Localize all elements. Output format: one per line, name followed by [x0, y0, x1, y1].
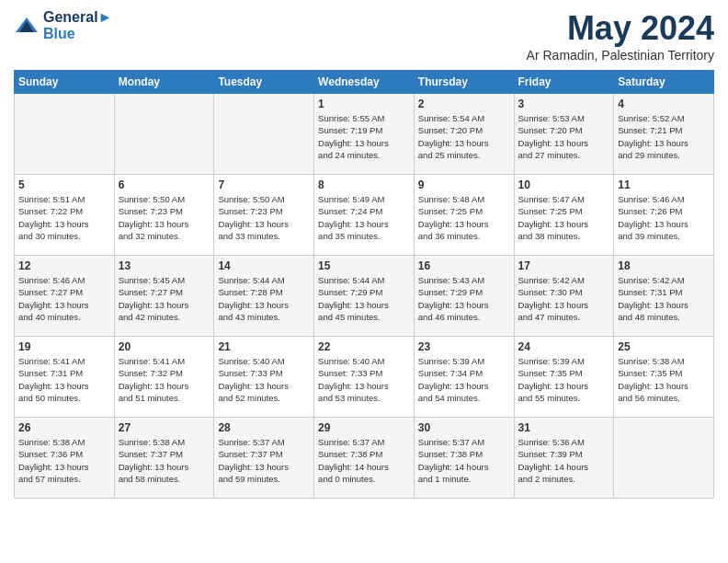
day-info: Sunrise: 5:54 AM Sunset: 7:20 PM Dayligh… — [418, 112, 510, 161]
day-number: 19 — [18, 340, 110, 353]
calendar-week-4: 19Sunrise: 5:41 AM Sunset: 7:31 PM Dayli… — [15, 337, 714, 418]
day-info: Sunrise: 5:41 AM Sunset: 7:32 PM Dayligh… — [119, 355, 210, 404]
day-number: 12 — [18, 259, 110, 272]
day-number: 22 — [318, 340, 410, 353]
calendar-cell — [614, 418, 714, 499]
header-tuesday: Tuesday — [214, 71, 314, 94]
calendar-cell: 28Sunrise: 5:37 AM Sunset: 7:37 PM Dayli… — [214, 418, 314, 499]
day-number: 30 — [418, 421, 510, 434]
calendar-table: SundayMondayTuesdayWednesdayThursdayFrid… — [14, 70, 714, 499]
calendar-cell: 8Sunrise: 5:49 AM Sunset: 7:24 PM Daylig… — [314, 175, 415, 256]
location-subtitle: Ar Ramadin, Palestinian Territory — [527, 48, 714, 63]
day-number: 9 — [418, 178, 510, 191]
calendar-cell: 4Sunrise: 5:52 AM Sunset: 7:21 PM Daylig… — [614, 94, 714, 175]
header-thursday: Thursday — [414, 71, 514, 94]
calendar-cell: 12Sunrise: 5:46 AM Sunset: 7:27 PM Dayli… — [15, 256, 115, 337]
page-header: General► Blue May 2024 Ar Ramadin, Pales… — [14, 9, 714, 63]
calendar-week-2: 5Sunrise: 5:51 AM Sunset: 7:22 PM Daylig… — [15, 175, 714, 256]
day-number: 5 — [18, 178, 110, 191]
day-info: Sunrise: 5:38 AM Sunset: 7:36 PM Dayligh… — [18, 436, 110, 485]
calendar-cell: 5Sunrise: 5:51 AM Sunset: 7:22 PM Daylig… — [15, 175, 115, 256]
calendar-week-5: 26Sunrise: 5:38 AM Sunset: 7:36 PM Dayli… — [15, 418, 714, 499]
calendar-cell: 27Sunrise: 5:38 AM Sunset: 7:37 PM Dayli… — [114, 418, 214, 499]
day-number: 2 — [418, 98, 510, 110]
header-sunday: Sunday — [15, 71, 115, 94]
logo-icon — [14, 16, 40, 36]
day-number: 15 — [318, 259, 410, 272]
day-info: Sunrise: 5:41 AM Sunset: 7:31 PM Dayligh… — [18, 355, 110, 404]
day-info: Sunrise: 5:49 AM Sunset: 7:24 PM Dayligh… — [318, 193, 410, 242]
day-info: Sunrise: 5:39 AM Sunset: 7:35 PM Dayligh… — [518, 355, 610, 404]
day-info: Sunrise: 5:48 AM Sunset: 7:25 PM Dayligh… — [418, 193, 510, 242]
calendar-cell: 2Sunrise: 5:54 AM Sunset: 7:20 PM Daylig… — [414, 94, 514, 175]
day-info: Sunrise: 5:39 AM Sunset: 7:34 PM Dayligh… — [418, 355, 510, 404]
calendar-cell: 9Sunrise: 5:48 AM Sunset: 7:25 PM Daylig… — [414, 175, 514, 256]
calendar-cell: 10Sunrise: 5:47 AM Sunset: 7:25 PM Dayli… — [514, 175, 614, 256]
day-number: 28 — [218, 421, 310, 434]
calendar-cell: 16Sunrise: 5:43 AM Sunset: 7:29 PM Dayli… — [414, 256, 514, 337]
day-info: Sunrise: 5:47 AM Sunset: 7:25 PM Dayligh… — [518, 193, 610, 242]
day-info: Sunrise: 5:53 AM Sunset: 7:20 PM Dayligh… — [518, 112, 610, 161]
day-info: Sunrise: 5:36 AM Sunset: 7:39 PM Dayligh… — [518, 436, 610, 485]
day-info: Sunrise: 5:46 AM Sunset: 7:27 PM Dayligh… — [18, 274, 110, 323]
calendar-cell — [114, 94, 214, 175]
calendar-cell: 21Sunrise: 5:40 AM Sunset: 7:33 PM Dayli… — [214, 337, 314, 418]
header-row: SundayMondayTuesdayWednesdayThursdayFrid… — [15, 71, 714, 94]
calendar-cell: 22Sunrise: 5:40 AM Sunset: 7:33 PM Dayli… — [314, 337, 415, 418]
calendar-cell — [214, 94, 314, 175]
day-info: Sunrise: 5:45 AM Sunset: 7:27 PM Dayligh… — [119, 274, 210, 323]
day-info: Sunrise: 5:40 AM Sunset: 7:33 PM Dayligh… — [218, 355, 310, 404]
day-number: 1 — [318, 98, 410, 110]
day-number: 6 — [119, 178, 210, 191]
day-info: Sunrise: 5:46 AM Sunset: 7:26 PM Dayligh… — [618, 193, 710, 242]
calendar-cell: 6Sunrise: 5:50 AM Sunset: 7:23 PM Daylig… — [114, 175, 214, 256]
day-number: 4 — [618, 98, 710, 110]
calendar-cell: 24Sunrise: 5:39 AM Sunset: 7:35 PM Dayli… — [514, 337, 614, 418]
day-info: Sunrise: 5:37 AM Sunset: 7:38 PM Dayligh… — [318, 436, 410, 485]
day-number: 14 — [218, 259, 310, 272]
day-number: 31 — [518, 421, 610, 434]
day-number: 8 — [318, 178, 410, 191]
calendar-cell: 30Sunrise: 5:37 AM Sunset: 7:38 PM Dayli… — [414, 418, 514, 499]
day-info: Sunrise: 5:50 AM Sunset: 7:23 PM Dayligh… — [218, 193, 310, 242]
header-wednesday: Wednesday — [314, 71, 415, 94]
calendar-cell: 1Sunrise: 5:55 AM Sunset: 7:19 PM Daylig… — [314, 94, 415, 175]
day-info: Sunrise: 5:37 AM Sunset: 7:38 PM Dayligh… — [418, 436, 510, 485]
day-number: 13 — [119, 259, 210, 272]
calendar-cell: 17Sunrise: 5:42 AM Sunset: 7:30 PM Dayli… — [514, 256, 614, 337]
header-saturday: Saturday — [614, 71, 714, 94]
calendar-cell: 11Sunrise: 5:46 AM Sunset: 7:26 PM Dayli… — [614, 175, 714, 256]
calendar-cell: 14Sunrise: 5:44 AM Sunset: 7:28 PM Dayli… — [214, 256, 314, 337]
calendar-cell: 20Sunrise: 5:41 AM Sunset: 7:32 PM Dayli… — [114, 337, 214, 418]
day-number: 23 — [418, 340, 510, 353]
calendar-cell: 18Sunrise: 5:42 AM Sunset: 7:31 PM Dayli… — [614, 256, 714, 337]
day-info: Sunrise: 5:50 AM Sunset: 7:23 PM Dayligh… — [119, 193, 210, 242]
day-info: Sunrise: 5:44 AM Sunset: 7:29 PM Dayligh… — [318, 274, 410, 323]
logo-text: General► Blue — [43, 9, 112, 42]
day-info: Sunrise: 5:43 AM Sunset: 7:29 PM Dayligh… — [418, 274, 510, 323]
calendar-cell: 23Sunrise: 5:39 AM Sunset: 7:34 PM Dayli… — [414, 337, 514, 418]
calendar-cell: 7Sunrise: 5:50 AM Sunset: 7:23 PM Daylig… — [214, 175, 314, 256]
day-info: Sunrise: 5:42 AM Sunset: 7:30 PM Dayligh… — [518, 274, 610, 323]
day-info: Sunrise: 5:40 AM Sunset: 7:33 PM Dayligh… — [318, 355, 410, 404]
day-info: Sunrise: 5:52 AM Sunset: 7:21 PM Dayligh… — [618, 112, 710, 161]
logo: General► Blue — [14, 9, 112, 42]
day-number: 18 — [618, 259, 710, 272]
day-number: 16 — [418, 259, 510, 272]
day-number: 10 — [518, 178, 610, 191]
day-info: Sunrise: 5:55 AM Sunset: 7:19 PM Dayligh… — [318, 112, 410, 161]
day-number: 17 — [518, 259, 610, 272]
day-info: Sunrise: 5:37 AM Sunset: 7:37 PM Dayligh… — [218, 436, 310, 485]
calendar-cell: 15Sunrise: 5:44 AM Sunset: 7:29 PM Dayli… — [314, 256, 415, 337]
calendar-cell: 25Sunrise: 5:38 AM Sunset: 7:35 PM Dayli… — [614, 337, 714, 418]
header-monday: Monday — [114, 71, 214, 94]
day-number: 21 — [218, 340, 310, 353]
calendar-cell: 26Sunrise: 5:38 AM Sunset: 7:36 PM Dayli… — [15, 418, 115, 499]
calendar-cell: 13Sunrise: 5:45 AM Sunset: 7:27 PM Dayli… — [114, 256, 214, 337]
day-number: 25 — [618, 340, 710, 353]
day-info: Sunrise: 5:42 AM Sunset: 7:31 PM Dayligh… — [618, 274, 710, 323]
calendar-cell: 3Sunrise: 5:53 AM Sunset: 7:20 PM Daylig… — [514, 94, 614, 175]
day-number: 24 — [518, 340, 610, 353]
day-number: 20 — [119, 340, 210, 353]
day-info: Sunrise: 5:44 AM Sunset: 7:28 PM Dayligh… — [218, 274, 310, 323]
